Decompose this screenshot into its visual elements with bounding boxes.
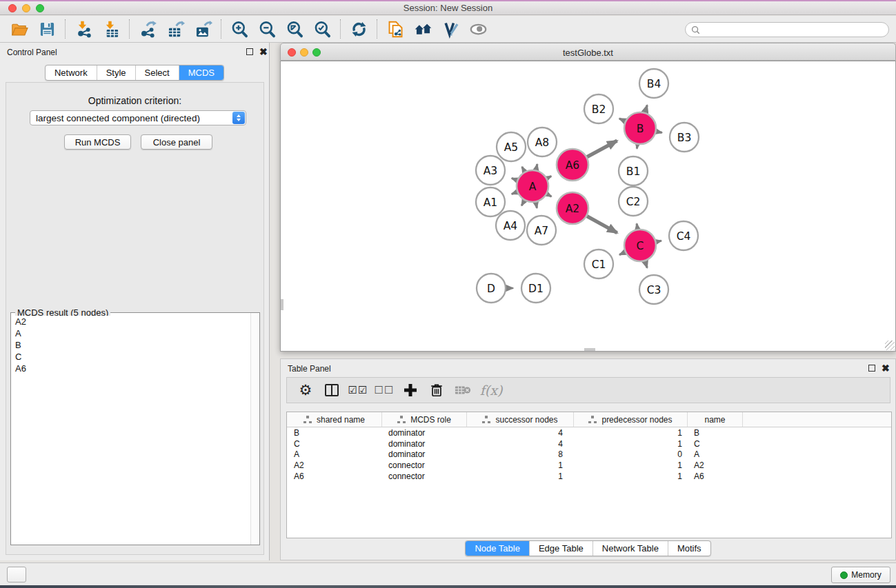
graph-node-label: B4 bbox=[647, 78, 661, 90]
tab-motifs[interactable]: Motifs bbox=[668, 541, 710, 556]
graph-edge-A-A3[interactable] bbox=[512, 179, 517, 181]
column-header-MCDS-role[interactable]: MCDS role bbox=[382, 412, 467, 427]
mcds-result-scrollbar[interactable] bbox=[250, 313, 259, 545]
graph-edge-A6-B[interactable] bbox=[587, 141, 617, 157]
table-cell: 1 bbox=[574, 439, 688, 449]
run-mcds-button[interactable]: Run MCDS bbox=[64, 134, 131, 150]
column-header-successor-nodes[interactable]: successor nodes bbox=[467, 412, 574, 427]
search-input[interactable] bbox=[704, 25, 876, 34]
mcds-result-item[interactable]: A bbox=[12, 327, 250, 339]
graph-edge-B-B4[interactable] bbox=[645, 105, 647, 113]
table-row[interactable]: Cdominator41C bbox=[287, 438, 891, 449]
search-field[interactable] bbox=[685, 22, 889, 37]
graph-edge-C-C2[interactable] bbox=[637, 224, 637, 230]
network-window-titlebar[interactable]: testGlobe.txt bbox=[280, 43, 896, 61]
mcds-result-item[interactable]: A6 bbox=[12, 363, 250, 374]
table-row[interactable]: Bdominator41B bbox=[287, 427, 891, 438]
add-column-button[interactable] bbox=[397, 380, 424, 401]
graph-edge-A-A8[interactable] bbox=[536, 164, 537, 170]
import-table-button[interactable] bbox=[97, 18, 125, 40]
fx-icon: f(x) bbox=[480, 383, 503, 398]
import-network-button[interactable] bbox=[70, 18, 97, 40]
network-canvas[interactable]: B4B2BB3A8A5A6A3B1AC2A1A2A4A7C4CC1C3DD1 bbox=[281, 61, 895, 351]
tab-select[interactable]: Select bbox=[135, 65, 179, 80]
table-close-panel-icon[interactable]: ✖ bbox=[882, 363, 890, 374]
tab-network-table[interactable]: Network Table bbox=[593, 541, 668, 556]
column-header-predecessor-nodes[interactable]: predecessor nodes bbox=[574, 412, 688, 427]
refresh-button[interactable] bbox=[345, 18, 372, 40]
splitter-handle-bottom[interactable] bbox=[584, 348, 595, 351]
node-table: shared nameMCDS rolesuccessor nodesprede… bbox=[286, 412, 892, 538]
toolbar-separator bbox=[340, 19, 341, 39]
column-tree-icon bbox=[588, 416, 597, 423]
delete-columns-button[interactable] bbox=[424, 380, 450, 401]
column-header-name[interactable]: name bbox=[688, 412, 743, 427]
graph-node-label: B2 bbox=[592, 103, 606, 116]
open-session-button[interactable] bbox=[6, 18, 33, 40]
network-canvas-container[interactable]: B4B2BB3A8A5A6A3B1AC2A1A2A4A7C4CC1C3DD1 bbox=[280, 61, 896, 352]
show-columns-button[interactable] bbox=[319, 380, 345, 401]
table-options-button[interactable]: ⚙ bbox=[292, 380, 319, 401]
graph-edge-A-A7[interactable] bbox=[536, 203, 537, 208]
delete-table-button[interactable] bbox=[450, 380, 476, 401]
table-row[interactable]: A6connector11A6 bbox=[287, 471, 891, 482]
graph-edge-C-C1[interactable] bbox=[619, 252, 625, 255]
toolbar-separator bbox=[129, 19, 130, 39]
function-builder-button[interactable]: f(x) bbox=[476, 380, 502, 401]
table-cell: A2 bbox=[287, 460, 382, 470]
tab-node-table[interactable]: Node Table bbox=[466, 541, 529, 556]
graph-node-label: A4 bbox=[504, 220, 517, 232]
table-cell: 4 bbox=[467, 428, 574, 438]
mcds-result-item[interactable]: B bbox=[12, 339, 250, 351]
graph-edge-B-B2[interactable] bbox=[619, 119, 625, 121]
table-cell: A6 bbox=[287, 472, 382, 481]
graph-edge-B-B3[interactable] bbox=[657, 132, 662, 133]
tab-network[interactable]: Network bbox=[46, 65, 97, 80]
zoom-fit-button[interactable] bbox=[281, 18, 308, 40]
graph-edge-C-C3[interactable] bbox=[645, 261, 647, 268]
export-image-icon bbox=[194, 20, 212, 39]
graph-edge-C-C4[interactable] bbox=[656, 241, 661, 242]
window-resize-grip[interactable] bbox=[885, 341, 895, 350]
home-button[interactable] bbox=[409, 18, 437, 40]
save-session-button[interactable] bbox=[33, 18, 61, 40]
vizmapper-button[interactable] bbox=[437, 18, 464, 40]
graph-edge-A-A2[interactable] bbox=[547, 194, 551, 197]
splitter-handle-left[interactable] bbox=[281, 299, 283, 310]
table-row[interactable]: Adominator80A bbox=[287, 449, 891, 460]
memory-button[interactable]: Memory bbox=[831, 567, 890, 583]
graph-edge-A-A5[interactable] bbox=[522, 167, 525, 172]
table-row[interactable]: A2connector11A2 bbox=[287, 460, 891, 471]
zoom-selected-button[interactable] bbox=[308, 18, 336, 40]
graph-edge-A-A4[interactable] bbox=[521, 201, 524, 205]
tab-mcds[interactable]: MCDS bbox=[179, 65, 223, 80]
eye-button[interactable] bbox=[464, 18, 492, 40]
graph-edge-A-A1[interactable] bbox=[512, 192, 517, 194]
export-table-button[interactable] bbox=[161, 18, 189, 40]
graph-edge-B-B1[interactable] bbox=[637, 145, 637, 149]
graph-node-label: B bbox=[637, 123, 644, 135]
float-panel-icon[interactable] bbox=[246, 48, 253, 57]
unselect-all-columns-button[interactable]: ☐☐ bbox=[371, 380, 397, 401]
mcds-result-item[interactable]: C bbox=[12, 351, 250, 363]
criterion-select[interactable]: largest connected component (directed) bbox=[30, 110, 246, 125]
close-panel-button[interactable]: Close panel bbox=[141, 134, 212, 150]
tab-style[interactable]: Style bbox=[97, 65, 135, 80]
mcds-tab-content: Optimization criterion: largest connecte… bbox=[6, 82, 264, 555]
table-float-panel-icon[interactable] bbox=[868, 364, 875, 374]
tab-edge-table[interactable]: Edge Table bbox=[529, 541, 593, 556]
mcds-result-item[interactable]: A2 bbox=[12, 316, 250, 327]
column-header-shared-name[interactable]: shared name bbox=[287, 412, 382, 427]
graph-node-label: A6 bbox=[566, 159, 579, 172]
graph-edge-A-A6[interactable] bbox=[547, 176, 551, 179]
network-snapshot-button[interactable] bbox=[381, 18, 409, 40]
export-network-button[interactable] bbox=[134, 18, 161, 40]
zoom-in-button[interactable] bbox=[226, 18, 253, 40]
export-image-button[interactable] bbox=[189, 18, 217, 40]
column-tree-icon bbox=[397, 416, 406, 423]
show-panels-button[interactable] bbox=[7, 567, 26, 582]
graph-edge-A2-C[interactable] bbox=[587, 216, 617, 233]
select-all-columns-button[interactable]: ☑☑ bbox=[345, 380, 371, 401]
zoom-out-button[interactable] bbox=[253, 18, 281, 40]
close-panel-icon[interactable]: ✖ bbox=[259, 46, 268, 57]
